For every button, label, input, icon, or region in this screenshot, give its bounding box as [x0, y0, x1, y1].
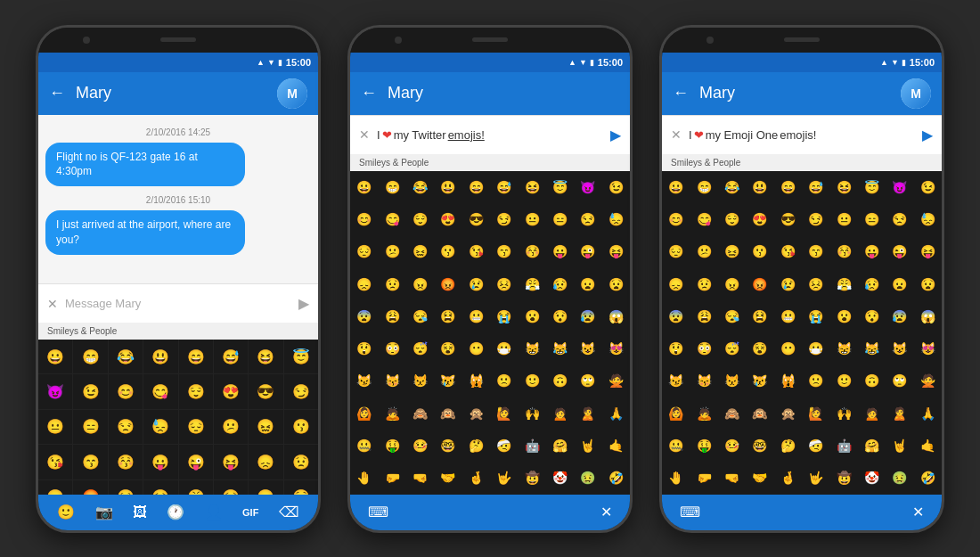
emoji-cell[interactable]: 😭 [490, 300, 518, 332]
emoji-cell[interactable]: 🤑 [690, 430, 717, 462]
emoji-cell[interactable]: 🤞 [774, 462, 802, 494]
emoji-cell[interactable]: 😎 [249, 374, 282, 408]
emoji-cell[interactable]: 🙇 [378, 397, 405, 430]
gif-tab-icon-1[interactable]: GIF [242, 507, 258, 518]
image-tab-icon-1[interactable]: 🖼 [133, 504, 147, 520]
emoji-cell[interactable]: 😬 [462, 300, 490, 332]
emoji-cell[interactable]: 😕 [378, 235, 405, 267]
emoji-cell[interactable]: 😫 [434, 300, 461, 332]
emoji-cell[interactable]: 😄 [462, 171, 490, 203]
emoji-cell[interactable]: 😸 [829, 332, 857, 365]
emoji-cell[interactable]: 🤗 [546, 430, 574, 462]
emoji-cell[interactable]: 😂 [406, 171, 434, 203]
emoji-cell[interactable]: 🤟 [802, 462, 829, 494]
emoji-cell[interactable]: 😥 [858, 267, 886, 299]
emoji-cell[interactable]: 😘 [38, 445, 72, 479]
emoji-cell[interactable]: 😦 [886, 267, 913, 299]
emoji-cell[interactable]: 😋 [690, 203, 717, 235]
emoji-cell[interactable]: 😳 [690, 332, 717, 365]
emoji-cell[interactable]: 😋 [143, 374, 177, 408]
emoji-cell[interactable]: 😱 [602, 300, 630, 332]
cancel-icon-1[interactable]: ✕ [47, 297, 58, 311]
emoji-cell[interactable]: 😚 [109, 445, 143, 479]
emoji-cell[interactable]: 😾 [718, 365, 746, 397]
emoji-cell[interactable]: 😙 [802, 235, 829, 267]
emoji-cell[interactable]: 😌 [406, 203, 434, 235]
emoji-cell[interactable]: 😢 [109, 480, 143, 495]
emoji-cell[interactable]: 🤝 [746, 462, 773, 494]
emoji-cell[interactable]: 😼 [662, 365, 690, 397]
emoji-cell[interactable]: 😬 [774, 300, 802, 332]
emoji-cell[interactable]: 😺 [886, 332, 913, 365]
emoji-cell[interactable]: 😙 [490, 235, 518, 267]
emoji-cell[interactable]: 😕 [690, 235, 717, 267]
emoji-cell[interactable]: 😣 [802, 267, 829, 299]
emoji-cell[interactable]: 🙅 [914, 365, 942, 397]
emoji-cell[interactable]: 🙈 [718, 397, 746, 430]
emoji-cell[interactable]: 😞 [662, 267, 690, 299]
emoji-cell[interactable]: 😶 [774, 332, 802, 365]
emoji-cell[interactable]: 😇 [284, 340, 318, 373]
emoji-cell[interactable]: 🤡 [858, 462, 886, 494]
emoji-cell[interactable]: 🤜 [406, 462, 434, 494]
emoji-cell[interactable]: 😉 [602, 171, 630, 203]
emoji-cell[interactable]: 😃 [143, 340, 177, 373]
emoji-cell[interactable]: 🙃 [858, 365, 886, 397]
emoji-cell[interactable]: 😵 [746, 332, 773, 365]
emoji-cell[interactable]: 😶 [462, 332, 490, 365]
emoji-cell[interactable]: 🤢 [574, 462, 601, 494]
emoji-cell[interactable]: 😑 [546, 203, 574, 235]
emoji-cell[interactable]: 😄 [179, 340, 213, 373]
emoji-cell[interactable]: 😅 [490, 171, 518, 203]
emoji-cell[interactable]: 🙃 [546, 365, 574, 397]
emoji-cell[interactable]: 😯 [858, 300, 886, 332]
emoji-cell[interactable]: 🤚 [350, 462, 378, 494]
emoji-cell[interactable]: 😠 [406, 267, 434, 299]
emoji-cell[interactable]: 😮 [829, 300, 857, 332]
send-icon-3[interactable]: ▶ [922, 127, 933, 143]
emoji-cell[interactable]: 😷 [490, 332, 518, 365]
emoji-cell[interactable]: 🤘 [574, 430, 601, 462]
emoji-cell[interactable]: 😒 [574, 203, 601, 235]
emoji-cell[interactable]: 🙌 [829, 397, 857, 430]
emoji-cell[interactable]: 😤 [179, 480, 213, 495]
emoji-cell[interactable]: 😝 [214, 445, 248, 479]
emoji-cell[interactable]: 🙏 [914, 397, 942, 430]
emoji-cell[interactable]: 😵 [434, 332, 461, 365]
emoji-cell[interactable]: 😧 [914, 267, 942, 299]
emoji-cell[interactable]: 😴 [406, 332, 434, 365]
recent-tab-icon-1[interactable]: 🕐 [167, 504, 184, 520]
emoji-cell[interactable]: 😁 [690, 171, 717, 203]
emoji-cell[interactable]: 😀 [38, 340, 72, 373]
emoji-cell[interactable]: 🙆 [662, 397, 690, 430]
emoji-cell[interactable]: 😊 [350, 203, 378, 235]
message-placeholder-1[interactable]: Message Mary [65, 297, 291, 310]
emoji-cell[interactable]: 🤔 [774, 430, 802, 462]
emoji-cell[interactable]: 😨 [662, 300, 690, 332]
emoji-cell[interactable]: 😚 [518, 235, 545, 267]
emoji-cell[interactable]: 🙀 [774, 365, 802, 397]
emoji-cell[interactable]: 😜 [886, 235, 913, 267]
keyboard-icon-3[interactable]: ⌨ [680, 504, 700, 520]
emoji-cell[interactable]: 🤐 [662, 430, 690, 462]
emoji-cell[interactable]: 🤜 [718, 462, 746, 494]
emoji-cell[interactable]: 😅 [802, 171, 829, 203]
delete-tab-icon-1[interactable]: ⌫ [279, 504, 299, 520]
emoji-cell[interactable]: 🙋 [490, 397, 518, 430]
emoji-cell[interactable]: 😙 [73, 445, 107, 479]
emoji-cell[interactable]: 😟 [690, 267, 717, 299]
emoji-cell[interactable]: 😡 [746, 267, 773, 299]
emoji-cell[interactable]: 🤚 [662, 462, 690, 494]
emoji-cell[interactable]: 🤡 [546, 462, 574, 494]
emoji-cell[interactable]: 😊 [662, 203, 690, 235]
emoji-cell[interactable]: 😪 [718, 300, 746, 332]
emoji-cell[interactable]: 😮 [518, 300, 545, 332]
emoji-cell[interactable]: 🙉 [746, 397, 773, 430]
emoji-cell[interactable]: 😏 [490, 203, 518, 235]
emoji-cell[interactable]: 🤔 [462, 430, 490, 462]
emoji-cell[interactable]: 😔 [662, 235, 690, 267]
emoji-cell[interactable]: 😨 [350, 300, 378, 332]
emoji-cell[interactable]: 😈 [38, 374, 72, 408]
emoji-cell[interactable]: 🤒 [406, 430, 434, 462]
emoji-cell[interactable]: 😿 [746, 365, 773, 397]
